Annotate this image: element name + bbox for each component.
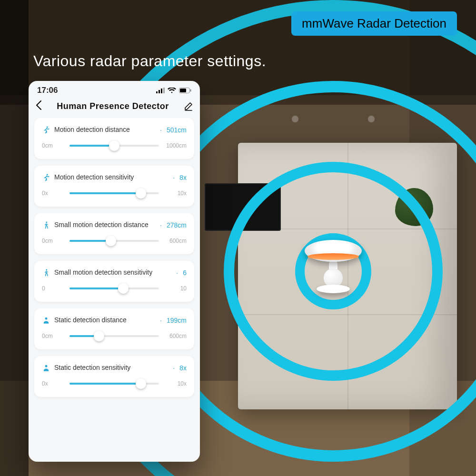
slider-min: 0cm <box>42 238 65 244</box>
cellular-icon <box>156 88 165 93</box>
svg-rect-2 <box>161 89 162 93</box>
feature-badge: mmWave Radar Detection <box>291 11 457 36</box>
slider[interactable] <box>69 379 159 388</box>
phone-mock: 17:06 Human Presence Detector <box>29 81 200 462</box>
slider-min: 0x <box>42 380 65 387</box>
slider-thumb[interactable] <box>109 140 119 151</box>
slider-thumb[interactable] <box>136 188 146 198</box>
setting-value: 278cm <box>167 221 187 229</box>
setting-value: 6 <box>183 269 187 277</box>
wifi-icon <box>168 88 176 93</box>
slider-min: 0cm <box>42 333 65 339</box>
page-heading: Various radar parameter settings. <box>33 52 266 70</box>
setting-label: Motion detection distance <box>54 126 155 134</box>
walk-icon <box>42 221 50 229</box>
slider-min: 0cm <box>42 142 65 149</box>
slider-max: 1000cm <box>164 142 187 149</box>
slider[interactable] <box>69 284 159 293</box>
setting-label: Motion detection sensitivity <box>54 173 168 182</box>
setting-label: Small motion detection distance <box>54 221 155 229</box>
product-scene: mmWave Radar Detection Various radar par… <box>0 0 476 476</box>
separator-dot: · <box>175 269 179 277</box>
separator-dot: · <box>159 317 163 324</box>
svg-point-10 <box>46 269 47 271</box>
svg-point-9 <box>46 222 47 223</box>
battery-icon <box>179 88 191 93</box>
slider-max: 600cm <box>164 238 187 244</box>
setting-card: Small motion detection distance·278cm0cm… <box>34 213 194 254</box>
slider-min: 0x <box>42 190 65 197</box>
slider-thumb[interactable] <box>136 378 146 389</box>
slider[interactable] <box>69 236 159 246</box>
separator-dot: · <box>159 126 163 134</box>
svg-point-7 <box>47 127 48 128</box>
sensor-device <box>305 240 362 293</box>
setting-value: 501cm <box>167 126 187 134</box>
slider-thumb[interactable] <box>106 236 116 246</box>
setting-value: 199cm <box>167 317 187 324</box>
setting-value: 8x <box>179 364 187 372</box>
svg-rect-6 <box>190 89 191 92</box>
setting-label: Static detection sensitivity <box>54 364 168 372</box>
setting-card: Motion detection distance·501cm0cm1000cm <box>34 118 194 159</box>
walk-icon <box>42 268 50 277</box>
slider-max: 10x <box>164 190 187 197</box>
svg-rect-0 <box>156 91 158 93</box>
person-icon <box>42 364 50 372</box>
setting-card: Motion detection sensitivity·8x0x10x <box>34 166 194 207</box>
person-icon <box>42 316 50 325</box>
edit-button[interactable] <box>184 101 193 111</box>
screen-title: Human Presence Detector <box>57 101 169 111</box>
setting-value: 8x <box>179 174 187 181</box>
run-icon <box>42 173 50 182</box>
slider[interactable] <box>69 188 159 198</box>
status-bar: 17:06 <box>29 81 200 96</box>
slider-max: 10 <box>164 285 187 292</box>
slider-min: 0 <box>42 285 65 292</box>
svg-rect-3 <box>163 88 165 93</box>
slider[interactable] <box>69 331 159 341</box>
svg-point-11 <box>45 317 48 320</box>
svg-rect-5 <box>180 89 186 92</box>
setting-label: Small motion detection sensitivity <box>54 268 171 277</box>
slider[interactable] <box>69 141 159 150</box>
setting-card: Static detection sensitivity·8x0x10x <box>34 356 194 397</box>
separator-dot: · <box>172 174 176 181</box>
slider-max: 10x <box>164 380 187 387</box>
app-bar: Human Presence Detector <box>29 96 200 118</box>
separator-dot: · <box>172 364 176 372</box>
slider-max: 600cm <box>164 333 187 339</box>
plant-decor <box>395 188 433 226</box>
tv-decor <box>205 183 281 231</box>
status-time: 17:06 <box>37 86 58 95</box>
svg-point-12 <box>45 365 48 367</box>
setting-card: Small motion detection sensitivity·6010 <box>34 261 194 302</box>
setting-label: Static detection distance <box>54 316 155 325</box>
run-icon <box>42 126 50 134</box>
separator-dot: · <box>159 221 163 229</box>
slider-thumb[interactable] <box>94 331 104 341</box>
slider-thumb[interactable] <box>118 283 129 294</box>
back-button[interactable] <box>35 100 42 112</box>
setting-card: Static detection distance·199cm0cm600cm <box>34 308 194 349</box>
svg-rect-1 <box>159 90 160 93</box>
svg-point-8 <box>47 174 48 176</box>
